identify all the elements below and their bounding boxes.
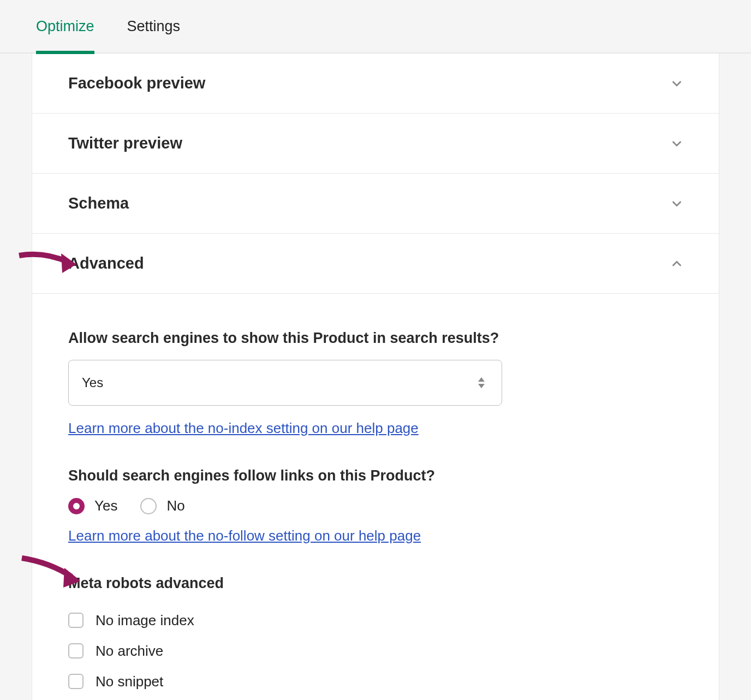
chevron-down-icon bbox=[671, 138, 683, 150]
main: Facebook preview Twitter preview Schema … bbox=[0, 54, 751, 700]
field-allow-search: Allow search engines to show this Produc… bbox=[68, 330, 683, 437]
follow-radio-no[interactable]: No bbox=[140, 497, 184, 514]
tab-bar: Optimize Settings bbox=[0, 0, 751, 54]
checkbox-no-snippet[interactable]: No snippet bbox=[68, 666, 683, 697]
radio-label: Yes bbox=[94, 497, 117, 514]
follow-radio-yes[interactable]: Yes bbox=[68, 497, 117, 514]
accordion-title: Twitter preview bbox=[68, 134, 182, 152]
accordion-schema[interactable]: Schema bbox=[32, 174, 719, 234]
checkbox-no-archive[interactable]: No archive bbox=[68, 636, 683, 666]
chevron-down-icon bbox=[671, 198, 683, 210]
accordion-title: Advanced bbox=[68, 254, 144, 272]
chevron-up-icon bbox=[671, 258, 683, 270]
checkbox-label: No archive bbox=[96, 643, 163, 660]
select-caret-icon bbox=[477, 377, 486, 388]
accordion-twitter-preview[interactable]: Twitter preview bbox=[32, 114, 719, 174]
svg-marker-1 bbox=[478, 384, 485, 388]
arrow-annotation-icon bbox=[16, 246, 76, 278]
no-follow-help-link[interactable]: Learn more about the no-follow setting o… bbox=[68, 527, 421, 544]
svg-marker-0 bbox=[478, 377, 485, 382]
chevron-down-icon bbox=[671, 78, 683, 90]
allow-search-select[interactable]: Yes bbox=[68, 360, 502, 406]
meta-robots-label: Meta robots advanced bbox=[68, 575, 683, 592]
settings-panel: Facebook preview Twitter preview Schema … bbox=[32, 54, 719, 700]
allow-search-label: Allow search engines to show this Produc… bbox=[68, 330, 683, 347]
accordion-title: Schema bbox=[68, 194, 129, 212]
svg-marker-3 bbox=[63, 568, 80, 588]
svg-marker-2 bbox=[61, 253, 76, 273]
no-index-help-link[interactable]: Learn more about the no-index setting on… bbox=[68, 420, 419, 437]
field-follow-links: Should search engines follow links on th… bbox=[68, 467, 683, 544]
radio-unchecked-icon bbox=[140, 498, 157, 514]
meta-robots-checkboxes: No image index No archive No snippet bbox=[68, 605, 683, 697]
arrow-annotation-icon bbox=[20, 553, 80, 591]
checkbox-no-image-index[interactable]: No image index bbox=[68, 605, 683, 636]
checkbox-unchecked-icon bbox=[68, 674, 84, 689]
checkbox-label: No image index bbox=[96, 612, 194, 629]
checkbox-unchecked-icon bbox=[68, 613, 84, 628]
radio-checked-icon bbox=[68, 498, 85, 514]
follow-links-label: Should search engines follow links on th… bbox=[68, 467, 683, 484]
accordion-facebook-preview[interactable]: Facebook preview bbox=[32, 54, 719, 114]
radio-label: No bbox=[166, 497, 184, 514]
accordion-title: Facebook preview bbox=[68, 74, 205, 92]
select-value: Yes bbox=[68, 360, 502, 406]
tab-settings[interactable]: Settings bbox=[127, 0, 181, 53]
field-meta-robots: Meta robots advanced No image index No a… bbox=[68, 575, 683, 700]
advanced-content: Allow search engines to show this Produc… bbox=[32, 294, 719, 700]
checkbox-unchecked-icon bbox=[68, 643, 84, 659]
checkbox-label: No snippet bbox=[96, 673, 163, 690]
accordion-advanced[interactable]: Advanced bbox=[32, 234, 719, 294]
follow-radio-group: Yes No bbox=[68, 497, 683, 514]
tab-optimize[interactable]: Optimize bbox=[36, 0, 94, 53]
